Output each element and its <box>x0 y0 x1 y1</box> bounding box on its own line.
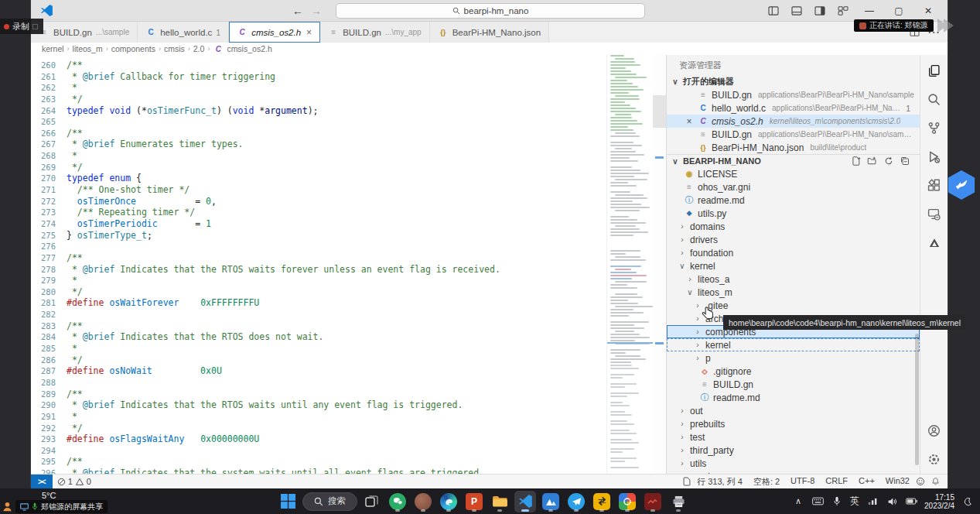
toggle-sidebar-icon[interactable] <box>763 3 784 19</box>
customize-layout-icon[interactable] <box>833 3 853 19</box>
code-line[interactable]: 275} osTimerType_t; <box>31 230 606 242</box>
open-editors-header[interactable]: ∨ 打开的编辑器 <box>667 75 920 88</box>
run-debug-icon[interactable] <box>920 142 948 171</box>
code-line[interactable]: 261 * @brief Callback for timer triggeri… <box>31 71 606 83</box>
sidebar-scrollbar[interactable] <box>915 334 919 465</box>
account-icon[interactable] <box>920 416 948 445</box>
status-item[interactable]: CRLF <box>825 476 848 488</box>
remote-explorer-icon[interactable] <box>920 200 948 228</box>
focus-moon-icon[interactable] <box>961 497 974 506</box>
file-status-icon[interactable] <box>683 477 691 486</box>
tree-item-third_party[interactable]: ›third_party <box>667 444 920 457</box>
touch-keyboard-icon[interactable] <box>811 497 824 505</box>
problems-indicator[interactable]: 1 0 <box>53 477 96 486</box>
start-button[interactable] <box>277 491 299 512</box>
close-icon[interactable]: × <box>684 116 695 127</box>
nav-forward-icon[interactable]: → <box>311 5 322 17</box>
code-line[interactable]: 296 * @brief Indicates that the system w… <box>31 468 606 474</box>
code-line[interactable]: 270typedef enum { <box>31 173 606 184</box>
breadcrumb-item[interactable]: liteos_m <box>73 44 103 53</box>
app-photo-tool[interactable] <box>540 491 562 512</box>
editor-scrollbar[interactable] <box>653 55 666 474</box>
status-item[interactable]: 行 313, 列 4 <box>697 476 743 488</box>
tray-clock[interactable]: 17:15 2023/2/4 <box>924 493 954 510</box>
app-file-explorer[interactable] <box>489 491 510 512</box>
open-editor-item[interactable]: ≡BUILD.gnapplications\BearPi\BearPi-HM_N… <box>667 128 920 141</box>
app-telegram[interactable] <box>565 491 587 512</box>
breadcrumb-item[interactable]: cmsis <box>164 44 185 53</box>
restore-button[interactable]: ▢ <box>886 2 912 20</box>
breadcrumb-item[interactable]: kernel <box>42 44 64 53</box>
app-wechat[interactable] <box>387 491 408 512</box>
deveco-tool-icon[interactable] <box>920 228 948 257</box>
breadcrumb-file[interactable]: cmsis_os2.h <box>227 44 271 53</box>
stop-icon[interactable] <box>32 24 38 29</box>
tree-item-kernel[interactable]: ∨kernel <box>667 259 920 272</box>
open-editor-item[interactable]: ≡BUILD.gnapplications\BearPi\BearPi-HM_N… <box>667 88 920 101</box>
task-view-button[interactable] <box>361 491 383 512</box>
battery-icon[interactable] <box>905 498 917 505</box>
code-line[interactable]: 277/** <box>31 252 606 264</box>
tree-item-test[interactable]: ›test <box>667 430 920 444</box>
code-line[interactable]: 281#define osWaitForever 0xFFFFFFFFU <box>31 297 606 309</box>
code-line[interactable]: 287#define osNoWait 0x0U <box>31 365 606 377</box>
tray-chevron-up-icon[interactable]: ∧ <box>792 496 804 506</box>
code-line[interactable]: 291 * <box>31 411 606 423</box>
notifications-bell-icon[interactable] <box>931 477 940 486</box>
toggle-secondary-sidebar-icon[interactable] <box>810 3 830 19</box>
code-line[interactable]: 285 * <box>31 343 606 355</box>
code-line[interactable]: 283/** <box>31 320 606 332</box>
code-line[interactable]: 286 */ <box>31 355 606 366</box>
app-edge-browser[interactable] <box>438 491 459 512</box>
extensions-icon[interactable] <box>920 171 948 200</box>
collapse-all-icon[interactable] <box>899 156 910 166</box>
source-control-icon[interactable] <box>920 114 948 142</box>
tree-item-foundation[interactable]: ›foundation <box>667 246 920 259</box>
tab-BUILD.gn[interactable]: ≡BUILD.gn...\my_app <box>320 22 430 43</box>
code-line[interactable]: 290 * @brief Indicates that the RTOS wai… <box>31 399 606 411</box>
status-item[interactable]: C++ <box>859 476 875 488</box>
feedback-icon[interactable] <box>916 477 925 486</box>
tab-cmsis_os2.h[interactable]: Ccmsis_os2.h× <box>229 22 320 43</box>
tab-BUILD.gn[interactable]: ≡BUILD.gn...\sample <box>31 22 138 43</box>
settings-gear-icon[interactable] <box>920 445 948 474</box>
code-line[interactable]: 271 /** One-shot timer */ <box>31 184 606 196</box>
tree-item-.gitignore[interactable]: ⬦.gitignore <box>667 365 920 378</box>
tree-item-ohos_var.gni[interactable]: ≡ohos_var.gni <box>667 180 920 194</box>
tree-item-liteos_a[interactable]: ›liteos_a <box>667 272 920 286</box>
code-line[interactable]: 293#define osFlagsWaitAny 0x00000000U <box>31 433 606 445</box>
code-line[interactable]: 264typedef void (*osTimerFunc_t) (void *… <box>31 105 606 117</box>
tab-hello_world.c[interactable]: Chello_world.c1 <box>138 22 229 43</box>
code-line[interactable]: 294 <box>31 445 606 457</box>
code-line[interactable]: 292 */ <box>31 423 606 434</box>
tree-item-readme.md[interactable]: ⓘreadme.md <box>667 194 920 207</box>
tree-item-vendor[interactable]: ∨vendor <box>667 470 920 474</box>
open-editor-item[interactable]: {}BearPi-HM_Nano.jsonbuild\lite\product <box>667 141 920 154</box>
status-item[interactable]: UTF-8 <box>790 476 814 488</box>
tree-item-domains[interactable]: ›domains <box>667 220 920 233</box>
tab-close-icon[interactable]: × <box>306 27 312 38</box>
code-line[interactable]: 273 /** Repeating timer */ <box>31 207 606 218</box>
tree-item-BUILD.gn[interactable]: ≡BUILD.gn <box>667 378 920 391</box>
breadcrumb-item[interactable]: 2.0 <box>193 44 205 53</box>
new-folder-icon[interactable] <box>866 156 878 166</box>
code-line[interactable]: 276 <box>31 241 606 252</box>
command-center-search[interactable]: bearpi-hm_nano <box>336 3 645 19</box>
code-line[interactable]: 282 <box>31 309 606 320</box>
code-line[interactable]: 269 */ <box>31 162 606 173</box>
code-line[interactable]: 263 */ <box>31 94 606 105</box>
open-editor-item[interactable]: ×Ccmsis_os2.hkernel\liteos_m\components\… <box>667 115 920 128</box>
tree-item-out[interactable]: ›out <box>667 404 920 417</box>
tree-item-readme.md[interactable]: ⓘreadme.md <box>667 391 920 404</box>
breadcrumb-item[interactable]: components <box>111 44 155 53</box>
code-line[interactable]: 266/** <box>31 128 606 139</box>
refresh-icon[interactable] <box>883 156 894 166</box>
code-line[interactable]: 274 osTimerPeriodic = 1 <box>31 218 606 230</box>
code-line[interactable]: 268 * <box>31 150 606 162</box>
tree-item-kernel[interactable]: ›kernel <box>667 338 920 351</box>
app-transfer-tool[interactable] <box>591 491 613 512</box>
volume-icon[interactable] <box>886 497 898 506</box>
tree-item-drivers[interactable]: ›drivers <box>667 233 920 246</box>
code-line[interactable]: 267 * @brief Enumerates timer types. <box>31 139 606 150</box>
code-line[interactable]: 278 * @brief Indicates that the RTOS wai… <box>31 264 606 276</box>
